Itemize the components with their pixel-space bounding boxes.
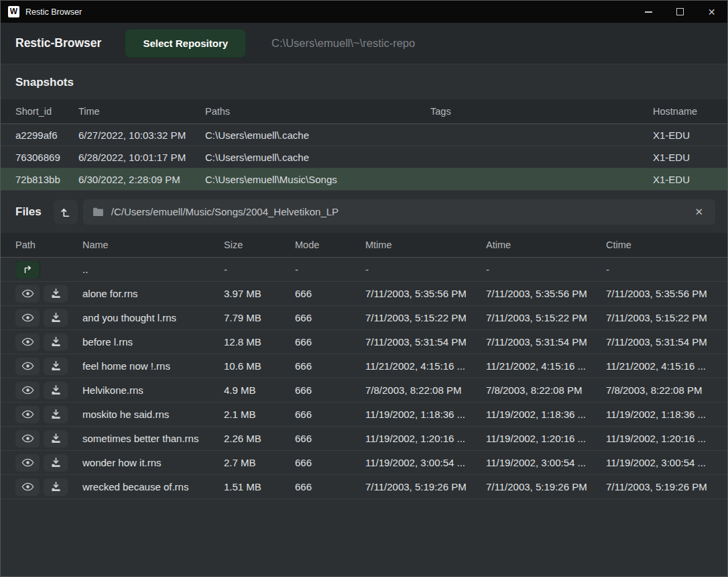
eye-icon <box>21 410 34 419</box>
file-mode: 666 <box>295 433 365 444</box>
parent-directory-name: .. <box>82 264 224 275</box>
file-atime: 7/8/2003, 8:22:08 PM <box>486 384 606 396</box>
preview-file-button[interactable] <box>15 454 40 472</box>
download-file-button[interactable] <box>44 358 68 375</box>
file-row: sometimes better than.rns 2.26 MB 666 11… <box>1 427 727 451</box>
col-atime: Atime <box>486 240 606 250</box>
download-icon <box>51 433 61 443</box>
preview-file-button[interactable] <box>15 309 40 327</box>
eye-icon <box>21 337 34 346</box>
file-mtime: 7/11/2003, 5:19:26 PM <box>365 481 486 492</box>
clear-path-button[interactable]: ✕ <box>692 205 706 219</box>
minimize-button[interactable] <box>633 1 664 23</box>
close-button[interactable]: ✕ <box>696 1 727 23</box>
file-row: wrecked because of.rns 1.51 MB 666 7/11/… <box>1 475 727 499</box>
download-file-button[interactable] <box>44 285 68 303</box>
col-short-id: Short_id <box>15 106 78 117</box>
file-row: and you thought l.rns 7.79 MB 666 7/11/2… <box>1 306 727 330</box>
folder-icon <box>93 207 104 217</box>
go-parent-directory-button[interactable] <box>15 261 40 278</box>
maximize-icon <box>676 8 684 15</box>
col-mtime: Mtime <box>365 240 486 250</box>
preview-file-button[interactable] <box>15 430 40 448</box>
snapshot-row[interactable]: a2299af6 6/27/2022, 10:03:32 PM C:\Users… <box>1 124 727 146</box>
file-row: moskito he said.rns 2.1 MB 666 11/19/200… <box>1 403 727 427</box>
maximize-button[interactable] <box>664 1 696 23</box>
col-paths: Paths <box>205 106 430 117</box>
select-repository-button[interactable]: Select Repository <box>125 29 246 58</box>
snapshot-paths: C:\Users\emuell\.cache <box>205 152 430 163</box>
parent-mode: - <box>295 264 365 275</box>
file-ctime: 7/11/2003, 5:19:26 PM <box>606 481 727 492</box>
current-path-text: /C/Users/emuell/Music/Songs/2004_Helveti… <box>111 206 692 217</box>
download-file-button[interactable] <box>44 382 68 399</box>
preview-file-button[interactable] <box>15 478 40 496</box>
col-path: Path <box>15 240 82 250</box>
current-path-bar[interactable]: /C/Users/emuell/Music/Songs/2004_Helveti… <box>83 199 715 225</box>
preview-file-button[interactable] <box>15 358 40 375</box>
file-atime: 7/11/2003, 5:35:56 PM <box>486 288 606 299</box>
snapshot-paths: C:\Users\emuell\Music\Songs <box>205 174 430 185</box>
minimize-icon <box>645 11 652 13</box>
file-atime: 11/21/2002, 4:15:16 ... <box>486 360 606 372</box>
file-size: 3.97 MB <box>224 288 295 299</box>
download-file-button[interactable] <box>44 430 68 448</box>
files-bar: Files /C/Users/emuell/Music/Songs/2004_H… <box>1 191 727 233</box>
download-icon <box>51 313 61 323</box>
file-size: 12.8 MB <box>224 336 295 348</box>
restic-browser-window: { "window": { "title": "Restic Browser",… <box>0 0 728 577</box>
window-controls: ✕ <box>633 1 727 23</box>
file-name: alone for.rns <box>82 288 224 299</box>
snapshot-row[interactable]: 72b813bb 6/30/2022, 2:28:09 PM C:\Users\… <box>1 168 727 191</box>
file-mtime: 7/11/2003, 5:35:56 PM <box>365 288 486 299</box>
eye-icon <box>21 362 34 370</box>
download-icon <box>51 288 61 299</box>
file-name: wrecked because of.rns <box>82 481 224 492</box>
file-mtime: 11/19/2002, 1:20:16 ... <box>365 433 486 444</box>
col-time: Time <box>78 106 205 117</box>
col-size: Size <box>224 240 295 250</box>
download-file-button[interactable] <box>44 309 68 327</box>
snapshot-row[interactable]: 76306869 6/28/2022, 10:01:17 PM C:\Users… <box>1 146 727 168</box>
level-up-button[interactable] <box>54 200 78 224</box>
snapshot-hostname: X1-EDU <box>653 129 727 141</box>
file-ctime: 7/11/2003, 5:15:22 PM <box>606 312 727 323</box>
close-icon: ✕ <box>708 7 716 17</box>
header: Restic-Browser Select Repository C:\User… <box>1 23 727 64</box>
file-atime: 7/11/2003, 5:19:26 PM <box>486 481 606 492</box>
preview-file-button[interactable] <box>15 333 40 351</box>
file-name: before l.rns <box>82 336 224 348</box>
app-logo-icon: W <box>8 6 19 17</box>
file-name: and you thought l.rns <box>82 312 224 323</box>
download-file-button[interactable] <box>44 478 68 496</box>
parent-directory-row: .. - - - - - <box>1 258 727 282</box>
file-mtime: 7/8/2003, 8:22:08 PM <box>365 384 486 396</box>
col-tags: Tags <box>430 106 653 117</box>
window-title: Restic Browser <box>25 7 82 17</box>
download-file-button[interactable] <box>44 406 68 423</box>
file-size: 4.9 MB <box>224 384 295 396</box>
snapshots-table-header: Short_id Time Paths Tags Hostname <box>1 99 727 124</box>
download-icon <box>51 385 61 395</box>
preview-file-button[interactable] <box>15 406 40 423</box>
preview-file-button[interactable] <box>15 285 40 303</box>
col-hostname: Hostname <box>653 106 727 117</box>
file-mode: 666 <box>295 336 365 348</box>
file-ctime: 7/11/2003, 5:31:54 PM <box>606 336 727 348</box>
download-file-button[interactable] <box>44 454 68 472</box>
download-icon <box>51 482 61 492</box>
col-mode: Mode <box>295 240 365 250</box>
file-atime: 11/19/2002, 3:00:54 ... <box>486 457 606 468</box>
file-mode: 666 <box>295 457 365 468</box>
parent-size: - <box>224 264 295 275</box>
preview-file-button[interactable] <box>15 382 40 399</box>
files-heading: Files <box>15 205 42 219</box>
file-mode: 666 <box>295 481 365 492</box>
file-mode: 666 <box>295 312 365 323</box>
snapshot-paths: C:\Users\emuell\.cache <box>205 129 430 141</box>
file-size: 2.1 MB <box>224 409 295 420</box>
col-name: Name <box>82 240 224 250</box>
snapshot-short-id: a2299af6 <box>15 129 78 141</box>
parent-ctime: - <box>606 264 727 275</box>
download-file-button[interactable] <box>44 333 68 351</box>
